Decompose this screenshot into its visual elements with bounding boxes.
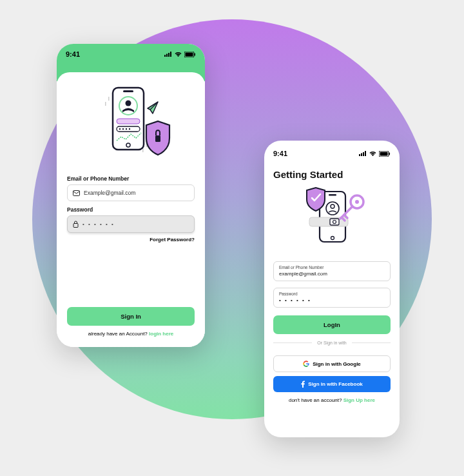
svg-point-16 xyxy=(126,101,131,106)
signup-link[interactable]: Sign Up here xyxy=(343,397,375,403)
svg-point-20 xyxy=(122,128,124,130)
svg-rect-34 xyxy=(329,194,336,196)
email-label: Email or Phone Number xyxy=(67,175,195,182)
lock-icon xyxy=(73,221,79,228)
getting-started-illustration xyxy=(290,186,374,248)
status-time: 9:41 xyxy=(66,50,80,58)
status-bar: 9:41 xyxy=(66,50,196,58)
svg-point-21 xyxy=(126,128,127,130)
svg-rect-2 xyxy=(168,53,169,57)
password-field[interactable]: • • • • • • xyxy=(67,215,195,233)
google-signin-button[interactable]: Sign in with Google xyxy=(273,355,391,372)
login-button[interactable]: LogIn xyxy=(273,315,391,334)
svg-rect-25 xyxy=(73,224,78,228)
signin-illustration xyxy=(86,84,176,164)
status-bar: 9:41 xyxy=(264,141,400,157)
battery-icon xyxy=(379,151,391,157)
signin-screen: 9:41 xyxy=(57,44,205,347)
footer: don't have an account? Sign Up here xyxy=(273,397,391,403)
svg-rect-29 xyxy=(365,151,366,156)
status-icons xyxy=(359,151,391,157)
getting-started-screen: 9:41 Getting Started xyxy=(264,141,400,437)
wifi-icon xyxy=(369,151,376,156)
status-icons xyxy=(164,52,196,57)
signin-button[interactable]: Sign In xyxy=(67,307,195,326)
svg-rect-27 xyxy=(361,154,362,157)
svg-point-42 xyxy=(355,200,359,204)
sheet: Email or Phone Number Example@gmail.com … xyxy=(57,72,205,347)
login-link[interactable]: login here xyxy=(149,331,173,337)
footer: already have an Account? login here xyxy=(67,331,195,337)
forgot-password-link[interactable]: Forget Password? xyxy=(67,237,195,243)
email-field[interactable]: Email or Phone Number example@gmail.com xyxy=(273,261,391,281)
svg-rect-31 xyxy=(380,152,388,155)
svg-rect-39 xyxy=(330,219,339,225)
status-time: 9:41 xyxy=(273,150,287,157)
svg-rect-32 xyxy=(389,152,391,155)
email-label: Email or Phone Number xyxy=(279,265,385,270)
svg-rect-28 xyxy=(363,152,364,156)
svg-rect-5 xyxy=(186,52,193,56)
svg-rect-9 xyxy=(142,148,144,152)
divider-text: Or Sign in with xyxy=(317,341,347,345)
divider: Or Sign in with xyxy=(273,341,391,345)
svg-rect-6 xyxy=(195,53,196,55)
svg-point-19 xyxy=(119,128,121,130)
password-value: • • • • • • xyxy=(279,297,385,303)
signal-icon xyxy=(164,52,172,57)
mail-icon xyxy=(73,190,80,196)
footer-text: already have an Account? xyxy=(88,331,149,337)
facebook-icon xyxy=(301,381,305,388)
svg-point-22 xyxy=(129,128,130,130)
svg-rect-1 xyxy=(166,54,168,57)
signal-icon xyxy=(359,151,367,156)
svg-rect-12 xyxy=(123,90,133,92)
email-value: example@gmail.com xyxy=(279,271,385,277)
svg-rect-26 xyxy=(359,154,360,156)
google-label: Sign in with Google xyxy=(313,361,361,367)
footer-text: don't have an account? xyxy=(289,397,343,403)
facebook-label: Sign in with Facebook xyxy=(308,381,362,387)
svg-rect-7 xyxy=(105,102,106,106)
password-value: • • • • • • xyxy=(82,221,115,227)
password-label: Password xyxy=(279,292,385,296)
password-label: Password xyxy=(67,206,195,213)
password-field[interactable]: Password • • • • • • xyxy=(273,288,391,308)
svg-rect-23 xyxy=(155,135,160,142)
page-title: Getting Started xyxy=(273,169,391,180)
svg-rect-17 xyxy=(117,119,140,124)
email-placeholder: Example@gmail.com xyxy=(84,190,135,196)
wifi-icon xyxy=(175,52,182,57)
battery-icon xyxy=(184,52,196,57)
svg-rect-8 xyxy=(108,97,110,101)
content: Getting Started xyxy=(264,157,400,437)
facebook-signin-button[interactable]: Sign in with Facebook xyxy=(273,376,391,392)
svg-rect-3 xyxy=(170,52,171,57)
svg-rect-0 xyxy=(164,55,166,57)
google-icon xyxy=(303,361,309,367)
email-field[interactable]: Example@gmail.com xyxy=(67,184,195,201)
